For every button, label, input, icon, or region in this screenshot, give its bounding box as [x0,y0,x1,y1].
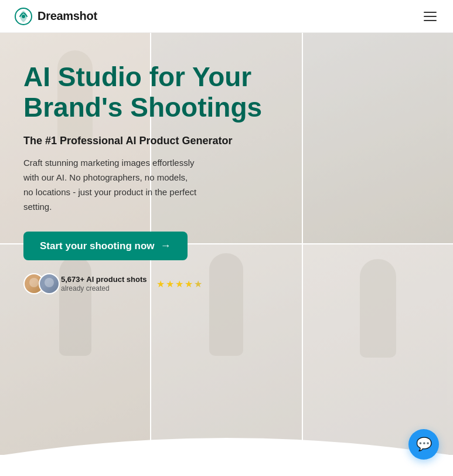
star-rating: ★ ★ ★ ★ ★ [156,278,202,290]
star-3: ★ [175,278,183,290]
cta-label: Start your shooting now [40,240,155,252]
logo-text: Dreamshot [38,9,97,23]
proof-text: 5,673+ AI product shots already created [61,275,147,293]
logo[interactable]: Dreamshot [14,7,97,26]
hamburger-menu[interactable] [421,9,439,23]
navbar: Dreamshot [0,0,453,33]
chat-fab-icon: 💬 [416,437,432,452]
hero-subtitle: The #1 Professional AI Product Generator [23,134,262,148]
hero-curve [0,420,453,455]
hamburger-line-2 [424,16,437,17]
social-proof: 5,673+ AI product shots already created … [23,273,262,294]
dreamshot-logo-icon [14,7,33,26]
how-it-works-title: How it works: [23,472,430,476]
star-4: ★ [185,278,193,290]
hamburger-line-3 [424,20,437,21]
star-2: ★ [166,278,174,290]
cta-arrow-icon: → [161,240,171,252]
avatar-2 [39,273,60,294]
hero-section: AI Studio for Your Brand's Shootings The… [0,33,453,455]
proof-count: 5,673+ AI product shots [61,275,147,284]
chat-fab-button[interactable]: 💬 [408,429,439,460]
hero-title: AI Studio for Your Brand's Shootings [23,62,262,123]
hamburger-line-1 [424,12,437,13]
star-1: ★ [156,278,165,290]
how-it-works-section: How it works: [0,455,453,476]
star-5: ★ [194,278,202,290]
svg-point-1 [22,15,25,18]
avatar-stack [23,273,54,294]
cta-start-shooting-button[interactable]: Start your shooting now → [23,232,188,260]
hero-description: Craft stunning marketing images effortle… [23,156,199,214]
proof-label: already created [61,284,147,293]
hero-content: AI Studio for Your Brand's Shootings The… [23,62,262,294]
